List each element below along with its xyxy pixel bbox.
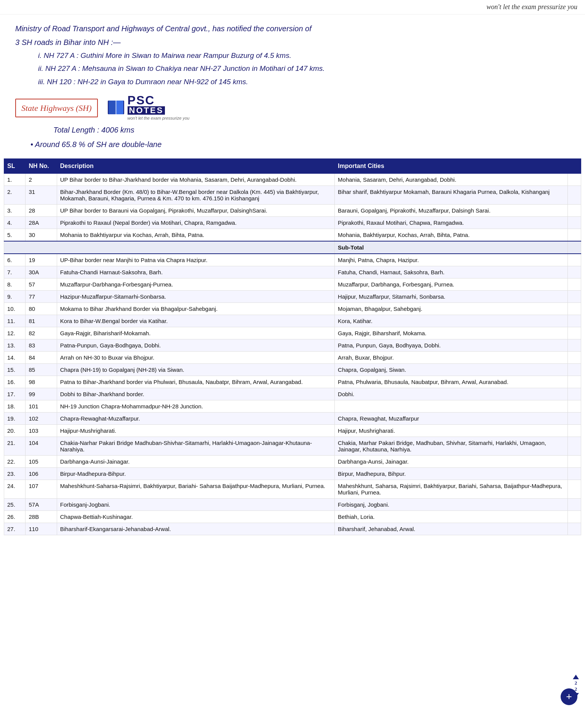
cell-desc: Chapra (NH-19) to Gopalganj (NH-28) via … — [57, 363, 334, 376]
cell-extra — [567, 266, 581, 278]
cell-extra — [567, 523, 581, 535]
cell-nh: 28 — [26, 204, 57, 216]
cell-sl: 11. — [4, 315, 26, 327]
cell-nh: 83 — [26, 339, 57, 351]
cell-desc: Patna to Bihar-Jharkhand border via Phul… — [57, 376, 334, 388]
table-row: 11.81Kora to Bihar-W.Bengal border via K… — [4, 315, 581, 327]
cell-cities — [335, 400, 568, 412]
cell-cities: Mojaman, Bhagalpur, Sahebganj. — [335, 302, 568, 315]
cell-extra — [567, 351, 581, 363]
cell-nh: 57A — [26, 498, 57, 510]
cell-nh: 82 — [26, 327, 57, 339]
table-row: 13.83Patna-Punpun, Gaya-Bodhgaya, Dobhi.… — [4, 339, 581, 351]
cell-extra — [567, 173, 581, 186]
scroll-up-icon[interactable] — [573, 675, 579, 679]
psc-text-block: PSC NOTES won't let the exam pressurize … — [128, 94, 190, 122]
cell-sl: 15. — [4, 363, 26, 376]
cell-nh: 2 — [26, 173, 57, 186]
sh-bullet: • Around 65.8 % of SH are double-lane — [30, 138, 570, 151]
cell-extra — [567, 339, 581, 351]
nh-table: SL NH No. Description Important Cities 1… — [4, 158, 581, 535]
cell-cities: Bethiah, Loria. — [335, 510, 568, 523]
scroll-down-icon[interactable] — [573, 693, 579, 698]
sh-label: State Highways (SH) — [15, 99, 98, 117]
subtotal-label — [4, 241, 335, 254]
intro-line2: 3 SH roads in Bihar into NH :— — [15, 36, 570, 49]
cell-desc: Muzaffarpur-Darbhanga-Forbesganj-Purnea. — [57, 278, 334, 290]
cell-cities: Fatuha, Chandi, Harnaut, Saksohra, Barh. — [335, 266, 568, 278]
table-row: 22.105Darbhanga-Aunsi-Jainagar.Darbhanga… — [4, 455, 581, 467]
cell-desc: Darbhanga-Aunsi-Jainagar. — [57, 455, 334, 467]
cell-nh: 28B — [26, 510, 57, 523]
cell-nh: 77 — [26, 290, 57, 302]
cell-desc: Chakia-Narhar Pakari Bridge Madhuban-Shi… — [57, 437, 334, 455]
cell-desc: UP-Bihar border near Manjhi to Patna via… — [57, 254, 334, 266]
cell-extra — [567, 376, 581, 388]
table-row: 14.84Arrah on NH-30 to Buxar via Bhojpur… — [4, 351, 581, 363]
cell-sl: 27. — [4, 523, 26, 535]
total-length: Total Length : 4006 kms — [53, 123, 570, 136]
table-section: SL NH No. Description Important Cities 1… — [0, 155, 585, 543]
cell-sl: 13. — [4, 339, 26, 351]
cell-sl: 8. — [4, 278, 26, 290]
table-row: 10.80Mokama to Bihar Jharkhand Border vi… — [4, 302, 581, 315]
cell-desc: Maheshkhunt-Saharsa-Rajsimri, Bakhtiyarp… — [57, 480, 334, 498]
cell-nh: 57 — [26, 278, 57, 290]
cell-extra — [567, 327, 581, 339]
cell-cities: Mohania, Sasaram, Dehri, Aurangabad, Dob… — [335, 173, 568, 186]
cell-desc: UP Bihar border to Bihar-Jharkhand borde… — [57, 173, 334, 186]
cell-sl: 12. — [4, 327, 26, 339]
cell-cities: Gaya, Rajgir, Biharsharif, Mokama. — [335, 327, 568, 339]
svg-rect-4 — [115, 101, 117, 114]
table-row: 1.2UP Bihar border to Bihar-Jharkhand bo… — [4, 173, 581, 186]
cell-sl: 18. — [4, 400, 26, 412]
cell-extra — [567, 315, 581, 327]
cell-extra — [567, 388, 581, 400]
cell-desc: Chapra-Rewaghat-Muzaffarpur. — [57, 412, 334, 424]
cell-extra — [567, 186, 581, 204]
table-row: 3.28UP Bihar border to Barauni via Gopal… — [4, 204, 581, 216]
psc-notes-text: NOTES — [128, 106, 165, 115]
cell-extra — [567, 302, 581, 315]
table-row: 23.106Birpur-Madhepura-Bihpur.Birpur, Ma… — [4, 467, 581, 480]
header-cities: Important Cities — [335, 158, 568, 173]
table-row: 2.31Bihar-Jharkhand Border (Km. 48/0) to… — [4, 186, 581, 204]
cell-nh: 30 — [26, 229, 57, 241]
table-row: 26.28BChapwa-Bettiah-Kushinagar.Bethiah,… — [4, 510, 581, 523]
cell-nh: 28A — [26, 216, 57, 229]
psc-tagline: won't let the exam pressurize you — [128, 115, 190, 122]
cell-nh: 19 — [26, 254, 57, 266]
cell-cities: Forbisganj, Jogbani. — [335, 498, 568, 510]
table-header-row: SL NH No. Description Important Cities — [4, 158, 581, 173]
svg-rect-1 — [109, 101, 116, 114]
cell-nh: 80 — [26, 302, 57, 315]
cell-sl: 14. — [4, 351, 26, 363]
cell-extra — [567, 480, 581, 498]
cell-extra — [567, 278, 581, 290]
header-nh: NH No. — [26, 158, 57, 173]
cell-cities: Chapra, Rewaghat, Muzaffarpur — [335, 412, 568, 424]
intro-line1: Ministry of Road Transport and Highways … — [15, 22, 570, 35]
psc-logo: PSC NOTES won't let the exam pressurize … — [105, 94, 190, 122]
cell-desc: Hajipur-Mushrigharati. — [57, 424, 334, 437]
cell-desc: Arrah on NH-30 to Buxar via Bhojpur. — [57, 351, 334, 363]
table-row: Sub-Total — [4, 241, 581, 254]
header-desc: Description — [57, 158, 334, 173]
header-sl: SL — [4, 158, 26, 173]
cell-desc: Mokama to Bihar Jharkhand Border via Bha… — [57, 302, 334, 315]
cell-cities: Mohania, Bakhtiyarpur, Kochas, Arrah, Bi… — [335, 229, 568, 241]
book-icon — [105, 98, 126, 118]
cell-sl: 10. — [4, 302, 26, 315]
cell-desc: Gaya-Rajgir, Biharisharif-Mokamah. — [57, 327, 334, 339]
cell-desc: Dobhi to Bihar-Jharkhand border. — [57, 388, 334, 400]
cell-cities: Muzaffarpur, Darbhanga, Forbesganj, Purn… — [335, 278, 568, 290]
cell-sl: 6. — [4, 254, 26, 266]
cell-cities: Patna, Punpun, Gaya, Bodhyaya, Dobhi. — [335, 339, 568, 351]
subtotal-value: Sub-Total — [335, 241, 568, 254]
cell-cities: Kora, Katihar. — [335, 315, 568, 327]
cell-sl: 19. — [4, 412, 26, 424]
table-row: 7.30AFatuha-Chandi Harnaut-Saksohra, Bar… — [4, 266, 581, 278]
cell-extra — [567, 216, 581, 229]
cell-cities: Arrah, Buxar, Bhojpur. — [335, 351, 568, 363]
cell-desc: UP Bihar border to Barauni via Gopalganj… — [57, 204, 334, 216]
